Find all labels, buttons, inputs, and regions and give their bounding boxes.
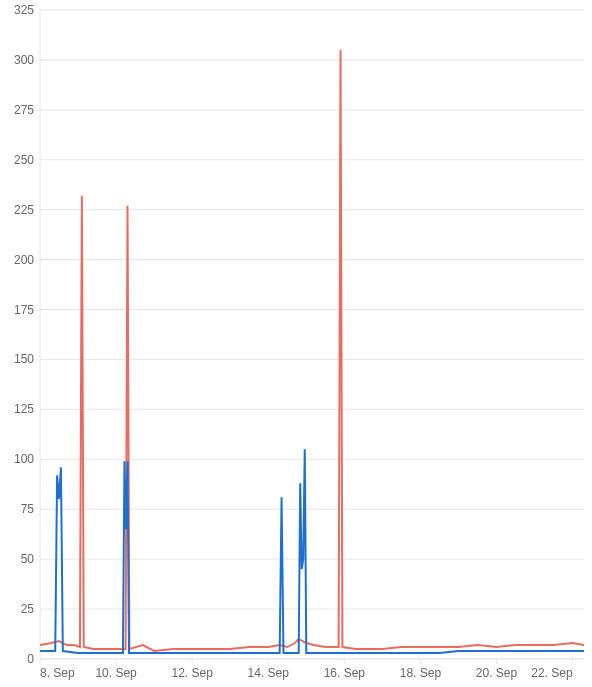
x-tick-label: 18. Sep: [400, 666, 442, 680]
y-tick-label: 275: [14, 103, 34, 117]
x-axis: 8. Sep10. Sep12. Sep14. Sep16. Sep18. Se…: [40, 659, 584, 680]
y-tick-label: 125: [14, 402, 34, 416]
grid: [40, 10, 584, 659]
x-tick-label: 8. Sep: [40, 666, 75, 680]
y-tick-label: 300: [14, 53, 34, 67]
y-tick-label: 150: [14, 352, 34, 366]
y-tick-label: 75: [21, 502, 35, 516]
x-tick-label: 10. Sep: [95, 666, 137, 680]
x-tick-label: 22. Sep: [531, 666, 573, 680]
y-tick-label: 250: [14, 153, 34, 167]
line-chart: 02550751001251501752002252502753003258. …: [0, 0, 592, 687]
x-tick-label: 16. Sep: [324, 666, 366, 680]
y-tick-label: 200: [14, 253, 34, 267]
y-tick-label: 100: [14, 452, 34, 466]
x-tick-label: 14. Sep: [248, 666, 290, 680]
x-tick-label: 12. Sep: [171, 666, 213, 680]
y-tick-label: 50: [21, 552, 35, 566]
series-red: [40, 50, 584, 651]
series-blue: [40, 449, 584, 653]
y-axis: 0255075100125150175200225250275300325: [14, 3, 40, 666]
x-tick-label: 20. Sep: [476, 666, 518, 680]
y-tick-label: 25: [21, 602, 35, 616]
y-tick-label: 225: [14, 203, 34, 217]
chart-svg: 02550751001251501752002252502753003258. …: [0, 0, 592, 687]
y-tick-label: 0: [27, 652, 34, 666]
y-tick-label: 175: [14, 303, 34, 317]
series-group: [40, 50, 584, 653]
y-tick-label: 325: [14, 3, 34, 17]
